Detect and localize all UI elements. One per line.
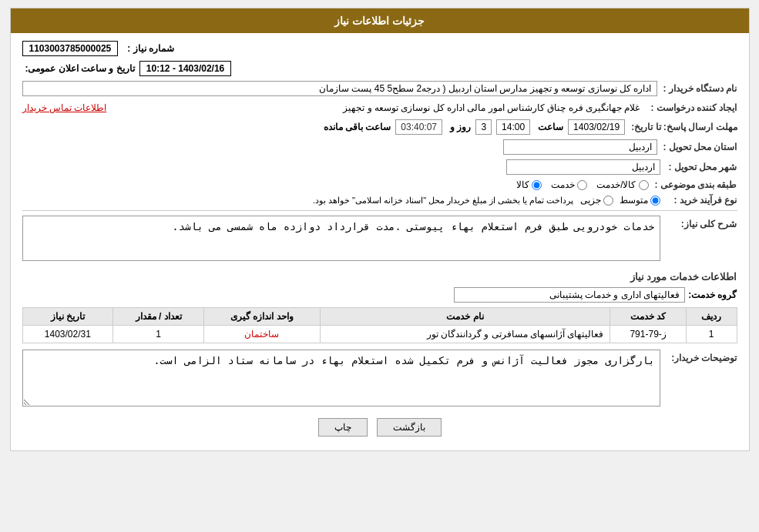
purchase-type-note: پرداخت تمام یا بخشی از مبلغ خریدار محل "… xyxy=(313,196,574,206)
purchase-type-row: نوع فرآیند خرید : متوسط جزیی پرداخت تمام… xyxy=(22,195,737,206)
category-kala-khidmat-label: کالا/خدمت xyxy=(596,179,636,190)
announce-date-label: تاریخ و ساعت اعلان عمومی: xyxy=(25,63,135,74)
deadline-days: 3 xyxy=(475,119,492,135)
announce-date-value: 1403/02/16 - 10:12 xyxy=(139,61,231,76)
purchase-type-jozi-label: جزیی xyxy=(580,195,601,206)
request-number-row: شماره نیاز : 1103003785000025 xyxy=(22,41,737,56)
requester-person-row: ایجاد کننده درخواست : غلام جهانگیری فره … xyxy=(22,101,737,115)
description-row: شرح کلی نیاز: xyxy=(22,216,737,263)
category-khidmat[interactable]: خدمت xyxy=(551,179,587,190)
main-container: جزئیات اطلاعات نیاز شماره نیاز : 1103003… xyxy=(10,8,750,451)
category-kala[interactable]: کالا xyxy=(516,179,542,190)
buyer-notes-row: توضیحات خریدار: xyxy=(22,350,737,409)
city-value: اردبیل xyxy=(506,159,660,175)
days-label: روز و xyxy=(450,122,471,132)
col-header-code: کد خدمت xyxy=(610,308,686,326)
requester-person-label: ایجاد کننده درخواست : xyxy=(645,102,737,113)
time-label: ساعت xyxy=(538,122,563,132)
category-radio-group: کالا/خدمت خدمت کالا xyxy=(516,179,648,190)
divider-1 xyxy=(22,210,737,211)
deadline-remaining: 03:40:07 xyxy=(395,119,442,135)
category-row: طبقه بندی موضوعی : کالا/خدمت خدمت کالا xyxy=(22,179,737,190)
services-table-header-row: ردیف کد خدمت نام خدمت واحد اندازه گیری ت… xyxy=(22,308,737,326)
purchase-type-motavasset-label: متوسط xyxy=(620,195,648,206)
cell-row: 1 xyxy=(686,326,737,343)
col-header-row: ردیف xyxy=(686,308,737,326)
requester-person-value: غلام جهانگیری فره چناق کارشناس امور مالی… xyxy=(106,101,644,115)
page-title: جزئیات اطلاعات نیاز xyxy=(334,15,425,27)
description-textarea xyxy=(22,216,660,261)
province-label: استان محل تحویل : xyxy=(657,142,737,152)
description-label: شرح کلی نیاز: xyxy=(660,216,737,229)
deadline-label: مهلت ارسال پاسخ: تا تاریخ: xyxy=(625,122,737,132)
services-table-body: 1 ز-79-791 فعالیتهای آژانسهای مسافرتی و … xyxy=(22,326,737,343)
deadline-date: 1403/02/19 xyxy=(568,119,625,135)
description-container xyxy=(22,216,660,263)
col-header-name: نام خدمت xyxy=(320,308,610,326)
purchase-type-options: متوسط جزیی پرداخت تمام یا بخشی از مبلغ خ… xyxy=(313,195,660,206)
contact-info-link[interactable]: اطلاعات تماس خریدار xyxy=(22,102,107,113)
request-number-label: شماره نیاز : xyxy=(127,43,174,54)
services-section: اطلاعات خدمات مورد نیاز گروه خدمت: فعالی… xyxy=(22,271,737,343)
cell-code: ز-79-791 xyxy=(610,326,686,343)
back-button[interactable]: بازگشت xyxy=(377,418,442,437)
buttons-row: بازگشت چاپ xyxy=(22,418,737,437)
purchase-type-motavasset[interactable]: متوسط xyxy=(620,195,660,206)
col-header-date: تاریخ نیاز xyxy=(22,308,113,326)
purchase-type-label: نوع فرآیند خرید : xyxy=(660,195,737,206)
col-header-unit: واحد اندازه گیری xyxy=(203,308,320,326)
deadline-values: 1403/02/19 ساعت 14:00 3 روز و 03:40:07 س… xyxy=(321,119,626,135)
service-group-value: فعالیتهای اداری و خدمات پشتیبانی xyxy=(454,287,685,303)
category-kala-khidmat[interactable]: کالا/خدمت xyxy=(596,179,648,190)
category-label: طبقه بندی موضوعی : xyxy=(649,179,737,190)
buyer-notes-container xyxy=(22,350,660,409)
remaining-label: ساعت باقی مانده xyxy=(324,122,391,132)
cell-unit: ساختمان xyxy=(203,326,320,343)
request-number-value: 1103003785000025 xyxy=(22,41,119,56)
deadline-row: مهلت ارسال پاسخ: تا تاریخ: 1403/02/19 سا… xyxy=(22,119,737,135)
buyer-notes-label: توضیحات خریدار: xyxy=(660,350,737,363)
city-row: شهر محل تحویل : اردبیل xyxy=(22,159,737,175)
page-header: جزئیات اطلاعات نیاز xyxy=(11,8,749,33)
cell-date: 1403/02/31 xyxy=(22,326,113,343)
table-row: 1 ز-79-791 فعالیتهای آژانسهای مسافرتی و … xyxy=(22,326,737,343)
category-radio-kala-khidmat[interactable] xyxy=(639,180,649,190)
deadline-time: 14:00 xyxy=(496,119,530,135)
category-radio-khidmat[interactable] xyxy=(577,180,587,190)
category-radio-kala[interactable] xyxy=(532,180,542,190)
buyer-notes-section: توضیحات خریدار: xyxy=(22,350,737,409)
buyer-notes-textarea xyxy=(22,350,660,407)
purchase-type-jozi[interactable]: جزیی xyxy=(580,195,613,206)
service-group-row: گروه خدمت: فعالیتهای اداری و خدمات پشتیب… xyxy=(22,287,737,303)
announce-date-row: تاریخ و ساعت اعلان عمومی: 1403/02/16 - 1… xyxy=(22,61,737,76)
category-khidmat-label: خدمت xyxy=(551,179,575,190)
services-table-head: ردیف کد خدمت نام خدمت واحد اندازه گیری ت… xyxy=(22,308,737,326)
city-label: شهر محل تحویل : xyxy=(660,162,737,172)
province-value: اردبیل xyxy=(503,139,657,155)
province-row: استان محل تحویل : اردبیل xyxy=(22,139,737,155)
cell-qty: 1 xyxy=(113,326,204,343)
service-group-label: گروه خدمت: xyxy=(688,289,737,300)
cell-name: فعالیتهای آژانسهای مسافرتی و گردانندگان … xyxy=(320,326,610,343)
col-header-qty: تعداد / مقدار xyxy=(113,308,204,326)
category-kala-label: کالا xyxy=(516,179,529,190)
purchase-type-radio-motavasset[interactable] xyxy=(650,196,660,206)
requester-org-value: اداره کل نوسازی توسعه و تجهیز مدارس استا… xyxy=(22,81,657,96)
services-info-title: اطلاعات خدمات مورد نیاز xyxy=(22,271,737,283)
content-area: شماره نیاز : 1103003785000025 تاریخ و سا… xyxy=(11,33,749,450)
purchase-type-radio-jozi[interactable] xyxy=(603,196,613,206)
requester-org-row: نام دستگاه خریدار : اداره کل نوسازی توسع… xyxy=(22,81,737,96)
requester-org-label: نام دستگاه خریدار : xyxy=(657,83,737,94)
services-table: ردیف کد خدمت نام خدمت واحد اندازه گیری ت… xyxy=(22,307,737,343)
print-button[interactable]: چاپ xyxy=(318,418,368,437)
